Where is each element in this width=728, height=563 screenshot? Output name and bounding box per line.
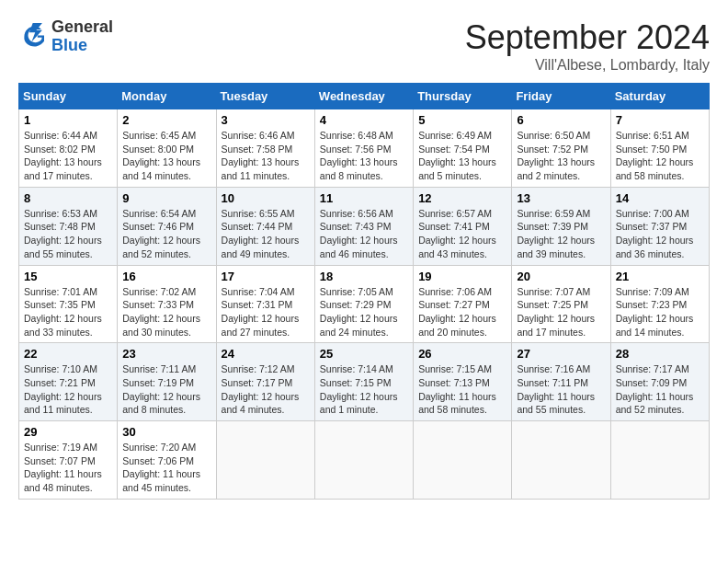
calendar-cell: 16Sunrise: 7:02 AM Sunset: 7:33 PM Dayli… (118, 265, 216, 343)
day-number: 25 (320, 347, 408, 361)
calendar-cell: 1Sunrise: 6:44 AM Sunset: 8:02 PM Daylig… (19, 109, 118, 188)
day-number: 30 (122, 425, 210, 439)
day-info: Sunrise: 7:02 AM Sunset: 7:33 PM Dayligh… (122, 285, 210, 339)
day-info: Sunrise: 7:17 AM Sunset: 7:09 PM Dayligh… (616, 362, 704, 417)
day-info: Sunrise: 7:07 AM Sunset: 7:25 PM Dayligh… (517, 285, 605, 339)
day-info: Sunrise: 7:10 AM Sunset: 7:21 PM Dayligh… (24, 362, 112, 417)
day-info: Sunrise: 6:50 AM Sunset: 7:52 PM Dayligh… (517, 129, 605, 183)
weekday-header-friday: Friday (512, 84, 610, 109)
calendar-cell (512, 421, 610, 500)
logo-icon (18, 22, 48, 52)
day-info: Sunrise: 6:55 AM Sunset: 7:44 PM Dayligh… (222, 207, 310, 261)
day-info: Sunrise: 6:45 AM Sunset: 8:00 PM Dayligh… (122, 129, 210, 183)
day-info: Sunrise: 7:09 AM Sunset: 7:23 PM Dayligh… (616, 285, 704, 339)
day-info: Sunrise: 6:49 AM Sunset: 7:54 PM Dayligh… (418, 129, 506, 183)
day-number: 13 (517, 191, 605, 205)
day-number: 17 (222, 270, 310, 283)
weekday-header-saturday: Saturday (610, 84, 709, 109)
calendar-cell: 26Sunrise: 7:15 AM Sunset: 7:13 PM Dayli… (414, 343, 512, 421)
calendar-cell: 3Sunrise: 6:46 AM Sunset: 7:58 PM Daylig… (216, 109, 314, 188)
logo: General Blue (18, 18, 113, 55)
day-info: Sunrise: 7:00 AM Sunset: 7:37 PM Dayligh… (616, 207, 704, 261)
weekday-header-wednesday: Wednesday (314, 84, 413, 109)
calendar-cell: 13Sunrise: 6:59 AM Sunset: 7:39 PM Dayli… (512, 187, 610, 265)
day-number: 28 (616, 347, 704, 361)
calendar-header-row: SundayMondayTuesdayWednesdayThursdayFrid… (19, 84, 710, 109)
day-number: 26 (418, 347, 506, 361)
day-number: 9 (122, 191, 210, 205)
title-block: September 2024 Vill'Albese, Lombardy, It… (465, 18, 710, 74)
day-info: Sunrise: 7:01 AM Sunset: 7:35 PM Dayligh… (24, 285, 112, 339)
day-info: Sunrise: 7:19 AM Sunset: 7:07 PM Dayligh… (24, 441, 112, 495)
day-number: 18 (320, 270, 408, 283)
day-info: Sunrise: 6:46 AM Sunset: 7:58 PM Dayligh… (222, 129, 310, 183)
month-title: September 2024 (465, 18, 710, 57)
day-info: Sunrise: 7:04 AM Sunset: 7:31 PM Dayligh… (222, 285, 310, 339)
day-info: Sunrise: 6:51 AM Sunset: 7:50 PM Dayligh… (616, 129, 704, 183)
day-info: Sunrise: 6:53 AM Sunset: 7:48 PM Dayligh… (24, 207, 112, 261)
weekday-header-sunday: Sunday (19, 84, 118, 109)
calendar-cell: 22Sunrise: 7:10 AM Sunset: 7:21 PM Dayli… (19, 343, 118, 421)
calendar-cell: 15Sunrise: 7:01 AM Sunset: 7:35 PM Dayli… (19, 265, 118, 343)
calendar-cell: 28Sunrise: 7:17 AM Sunset: 7:09 PM Dayli… (610, 343, 709, 421)
calendar-cell: 25Sunrise: 7:14 AM Sunset: 7:15 PM Dayli… (314, 343, 413, 421)
calendar-cell: 9Sunrise: 6:54 AM Sunset: 7:46 PM Daylig… (118, 187, 216, 265)
day-number: 3 (222, 113, 310, 127)
day-number: 11 (320, 191, 408, 205)
calendar-cell: 20Sunrise: 7:07 AM Sunset: 7:25 PM Dayli… (512, 265, 610, 343)
day-number: 22 (24, 347, 112, 361)
day-info: Sunrise: 7:20 AM Sunset: 7:06 PM Dayligh… (122, 441, 210, 495)
day-info: Sunrise: 7:16 AM Sunset: 7:11 PM Dayligh… (517, 362, 605, 417)
calendar-table: SundayMondayTuesdayWednesdayThursdayFrid… (18, 83, 710, 500)
day-info: Sunrise: 7:12 AM Sunset: 7:17 PM Dayligh… (222, 362, 310, 417)
calendar-cell: 27Sunrise: 7:16 AM Sunset: 7:11 PM Dayli… (512, 343, 610, 421)
day-info: Sunrise: 6:44 AM Sunset: 8:02 PM Dayligh… (24, 129, 112, 183)
weekday-header-tuesday: Tuesday (216, 84, 314, 109)
day-number: 16 (122, 270, 210, 283)
calendar-cell (216, 421, 314, 500)
calendar-cell: 30Sunrise: 7:20 AM Sunset: 7:06 PM Dayli… (118, 421, 216, 500)
calendar-cell: 21Sunrise: 7:09 AM Sunset: 7:23 PM Dayli… (610, 265, 709, 343)
weekday-header-thursday: Thursday (414, 84, 512, 109)
calendar-cell (414, 421, 512, 500)
day-number: 4 (320, 113, 408, 127)
calendar-cell: 17Sunrise: 7:04 AM Sunset: 7:31 PM Dayli… (216, 265, 314, 343)
day-info: Sunrise: 7:14 AM Sunset: 7:15 PM Dayligh… (320, 362, 408, 417)
day-number: 24 (222, 347, 310, 361)
calendar-week-row-4: 22Sunrise: 7:10 AM Sunset: 7:21 PM Dayli… (19, 343, 710, 421)
calendar-cell: 7Sunrise: 6:51 AM Sunset: 7:50 PM Daylig… (610, 109, 709, 188)
calendar-week-row-2: 8Sunrise: 6:53 AM Sunset: 7:48 PM Daylig… (19, 187, 710, 265)
day-number: 12 (418, 191, 506, 205)
day-info: Sunrise: 6:48 AM Sunset: 7:56 PM Dayligh… (320, 129, 408, 183)
calendar-cell: 14Sunrise: 7:00 AM Sunset: 7:37 PM Dayli… (610, 187, 709, 265)
logo-blue-text: Blue (51, 36, 87, 54)
calendar-cell (314, 421, 413, 500)
calendar-cell: 5Sunrise: 6:49 AM Sunset: 7:54 PM Daylig… (414, 109, 512, 188)
day-info: Sunrise: 6:59 AM Sunset: 7:39 PM Dayligh… (517, 207, 605, 261)
day-number: 2 (122, 113, 210, 127)
calendar-week-row-1: 1Sunrise: 6:44 AM Sunset: 8:02 PM Daylig… (19, 109, 710, 188)
day-info: Sunrise: 7:05 AM Sunset: 7:29 PM Dayligh… (320, 285, 408, 339)
day-info: Sunrise: 7:11 AM Sunset: 7:19 PM Dayligh… (122, 362, 210, 417)
day-info: Sunrise: 7:06 AM Sunset: 7:27 PM Dayligh… (418, 285, 506, 339)
calendar-week-row-3: 15Sunrise: 7:01 AM Sunset: 7:35 PM Dayli… (19, 265, 710, 343)
calendar-cell: 4Sunrise: 6:48 AM Sunset: 7:56 PM Daylig… (314, 109, 413, 188)
calendar-cell: 19Sunrise: 7:06 AM Sunset: 7:27 PM Dayli… (414, 265, 512, 343)
page-header: General Blue September 2024 Vill'Albese,… (18, 18, 710, 74)
day-number: 29 (24, 425, 112, 439)
day-info: Sunrise: 6:57 AM Sunset: 7:41 PM Dayligh… (418, 207, 506, 261)
calendar-cell: 29Sunrise: 7:19 AM Sunset: 7:07 PM Dayli… (19, 421, 118, 500)
calendar-cell: 8Sunrise: 6:53 AM Sunset: 7:48 PM Daylig… (19, 187, 118, 265)
logo-general-text: General (51, 17, 113, 36)
calendar-cell: 6Sunrise: 6:50 AM Sunset: 7:52 PM Daylig… (512, 109, 610, 188)
location-text: Vill'Albese, Lombardy, Italy (465, 57, 710, 74)
day-number: 7 (616, 113, 704, 127)
day-number: 14 (616, 191, 704, 205)
day-number: 5 (418, 113, 506, 127)
calendar-cell: 23Sunrise: 7:11 AM Sunset: 7:19 PM Dayli… (118, 343, 216, 421)
calendar-cell: 24Sunrise: 7:12 AM Sunset: 7:17 PM Dayli… (216, 343, 314, 421)
day-number: 27 (517, 347, 605, 361)
day-number: 15 (24, 270, 112, 283)
weekday-header-monday: Monday (118, 84, 216, 109)
calendar-cell: 18Sunrise: 7:05 AM Sunset: 7:29 PM Dayli… (314, 265, 413, 343)
